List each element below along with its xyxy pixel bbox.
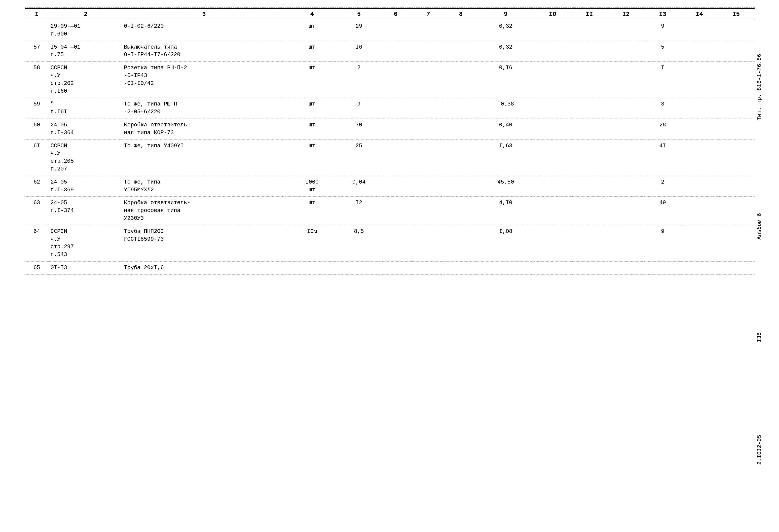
table-row: 6324-05 п.I-374Коробка ответвитель- ная … [25,197,755,225]
table-cell [718,197,755,225]
table-cell [608,62,644,98]
table-cell: То же, типа УI95МУХЛ2 [122,176,286,197]
table-cell: То же, типа РШ-П- -2-05-6/220 [122,98,286,119]
table-cell [571,225,608,261]
header-col-4: 4 [286,9,339,20]
table-cell: 0,40 [477,119,534,139]
table-cell [444,20,477,41]
table-cell: 29-09-‒01 п.600 [49,20,123,41]
table-cell: 9 [644,20,681,41]
table-cell [444,139,477,176]
table-cell [718,41,755,62]
table-cell: 59 [25,98,49,119]
table-cell: 58 [25,62,49,98]
table-cell [571,139,608,176]
table-cell: шт [286,41,339,62]
table-cell [681,41,718,62]
table-cell [444,98,477,119]
table-cell: шт [286,139,339,176]
table-cell [534,119,571,139]
table-cell: I2 [339,197,379,225]
table-row: 29-09-‒01 п.6000-I-02-6/220шт290,329 [25,20,755,41]
table-cell: 60 [25,119,49,139]
table-cell [412,176,445,197]
table-cell [681,225,718,261]
table-cell [571,62,608,98]
header-col-2: 2 [49,9,123,20]
table-cell: 70 [339,119,379,139]
right-label-4: 2.I0I2-05 [756,435,763,465]
table-cell [608,261,644,275]
table-cell: шт [286,20,339,41]
table-cell [379,41,412,62]
table-cell [534,62,571,98]
table-cell [412,139,445,176]
table-cell [444,176,477,197]
table-cell: Труба ПНП2ОС ГОСТI8599-73 [122,225,286,261]
table-cell [718,20,755,41]
table-cell [718,139,755,176]
header-col-15: I5 [718,9,755,20]
table-cell [444,119,477,139]
header-col-6: 6 [379,9,412,20]
table-cell [571,261,608,275]
table-cell: 4,I0 [477,197,534,225]
table-cell: Труба 20хI,6 [122,261,286,275]
table-cell [571,119,608,139]
table-cell [718,119,755,139]
table-cell: I000 шт [286,176,339,197]
table-cell: 0,04 [339,176,379,197]
table-cell: Коробка ответвитель- ная типа КОР-73 [122,119,286,139]
table-cell [608,176,644,197]
table-cell: шт [286,98,339,119]
table-cell [534,176,571,197]
table-cell [681,98,718,119]
header-col-1: I [25,9,49,20]
table-cell [534,225,571,261]
table-cell [571,41,608,62]
table-cell [718,62,755,98]
right-label-1: Тип. пр. 816-1-76.86 [756,54,763,120]
table-cell: 57 [25,41,49,62]
table-cell [681,139,718,176]
table-cell: I6 [339,41,379,62]
table-wrapper: I 2 3 4 5 6 7 8 9 IO II I2 I3 I4 I5 [25,8,755,275]
table-cell [608,119,644,139]
table-cell: I0м [286,225,339,261]
table-cell: Коробка ответвитель- ная тросовая типа У… [122,197,286,225]
table-cell: ССРСИ ч.У стр.202 п.I60 [49,62,123,98]
header-col-5: 5 [339,9,379,20]
table-cell [681,119,718,139]
table-cell: 9 [339,98,379,119]
table-cell [412,225,445,261]
header-row: I 2 3 4 5 6 7 8 9 IO II I2 I3 I4 I5 [25,9,755,20]
table-cell [412,41,445,62]
table-row: 6IССРСИ ч.У стр.205 п.207То же, типа У40… [25,139,755,176]
table-cell [571,98,608,119]
table-cell [681,176,718,197]
header-col-14: I4 [681,9,718,20]
table-cell [718,225,755,261]
table-cell [412,197,445,225]
table-cell: 2 [339,62,379,98]
table-cell: 5 [644,41,681,62]
table-row: 6224-05 п.I-369То же, типа УI95МУХЛ2I000… [25,176,755,197]
table-cell: '0,38 [477,98,534,119]
table-cell [379,20,412,41]
table-cell [571,197,608,225]
table-cell [681,261,718,275]
table-cell [718,98,755,119]
header-col-11: II [571,9,608,20]
header-col-8: 8 [444,9,477,20]
table-cell: " п.I6I [49,98,123,119]
table-cell [477,261,534,275]
table-cell [681,20,718,41]
table-cell: 6I [25,139,49,176]
table-cell: шт [286,119,339,139]
table-cell [412,261,445,275]
table-cell: Выключатель типа О-I-IP44-I7-6/220 [122,41,286,62]
table-cell [25,20,49,41]
table-cell: 24-05 п.I-369 [49,176,123,197]
table-cell: ССРСИ ч.У стр.297 п.543 [49,225,123,261]
table-cell: 0,32 [477,41,534,62]
